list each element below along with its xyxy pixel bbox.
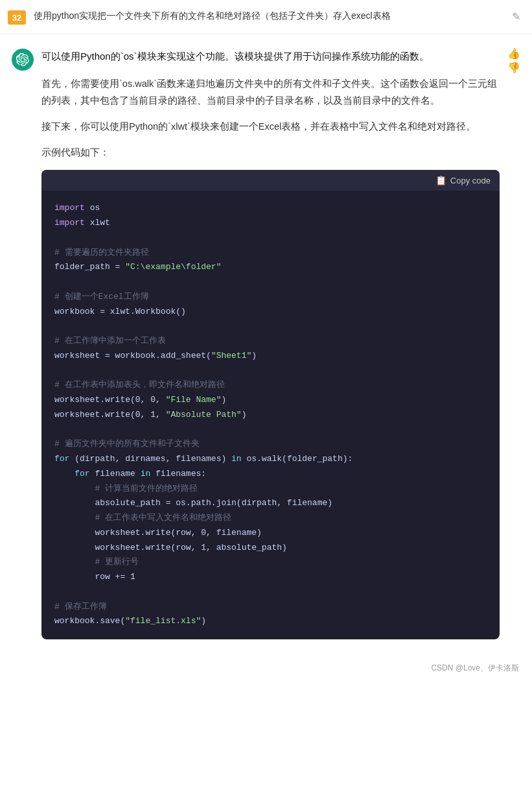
code-line: folder_path = "C:\example\folder"	[54, 260, 487, 275]
code-line: row += 1	[54, 570, 487, 585]
edit-icon[interactable]: ✎	[512, 10, 520, 23]
code-line	[54, 585, 487, 600]
code-line: workbook.save("file_list.xls")	[54, 614, 487, 629]
code-block-body: import osimport xlwt # 需要遍历的文件夹路径folder_…	[41, 191, 500, 639]
copy-label: Copy code	[450, 176, 491, 185]
vote-buttons: 👍 👎	[507, 49, 520, 73]
code-line	[54, 231, 487, 246]
code-line: worksheet.write(0, 1, "Absolute Path")	[54, 408, 487, 423]
code-line: workbook = xlwt.Workbook()	[54, 305, 487, 320]
code-line: # 计算当前文件的绝对路径	[54, 482, 487, 497]
code-line: # 在工作表中添加表头，即文件名和绝对路径	[54, 378, 487, 393]
code-block-header: 📋 Copy code	[41, 170, 500, 191]
code-line: import os	[54, 201, 487, 216]
code-line: worksheet.write(row, 0, filename)	[54, 526, 487, 541]
gpt-logo-icon	[16, 53, 29, 66]
code-line	[54, 319, 487, 334]
code-line: # 在工作表中写入文件名和绝对路径	[54, 511, 487, 526]
code-line: # 遍历文件夹中的所有文件和子文件夹	[54, 437, 487, 452]
thumbs-up-button[interactable]: 👍	[507, 49, 520, 59]
paragraph-1: 首先，你需要使用`os.walk`函数来递归地遍历文件夹中的所有文件和子文件夹。…	[41, 75, 500, 109]
code-line: # 需要遍历的文件夹路径	[54, 246, 487, 261]
footer: CSDN @Love、伊卡洛斯	[0, 655, 532, 680]
code-line: # 在工作簿中添加一个工作表	[54, 334, 487, 349]
code-line	[54, 423, 487, 438]
code-line: worksheet.write(row, 1, absolute_path)	[54, 541, 487, 556]
copy-icon: 📋	[435, 175, 446, 185]
header-bar: 32 使用python实现把一个文件夹下所有的文件名和绝对路径（包括子文件夹）存…	[0, 0, 532, 34]
page-container: 32 使用python实现把一个文件夹下所有的文件名和绝对路径（包括子文件夹）存…	[0, 0, 532, 680]
response-content: 可以使用Python的`os`模块来实现这个功能。该模块提供了用于访问操作系统功…	[41, 47, 500, 642]
response-area: 可以使用Python的`os`模块来实现这个功能。该模块提供了用于访问操作系统功…	[0, 34, 532, 655]
gpt-avatar	[12, 49, 34, 71]
code-line: worksheet.write(0, 0, "File Name")	[54, 393, 487, 408]
code-line	[54, 364, 487, 379]
header-title: 使用python实现把一个文件夹下所有的文件名和绝对路径（包括子文件夹）存入ex…	[34, 9, 504, 23]
code-line: # 创建一个Excel工作簿	[54, 290, 487, 305]
header-number: 32	[8, 10, 26, 25]
code-line: absolute_path = os.path.join(dirpath, fi…	[54, 496, 487, 511]
code-line: # 更新行号	[54, 555, 487, 570]
footer-text: CSDN @Love、伊卡洛斯	[431, 663, 519, 672]
paragraph-2: 接下来，你可以使用Python的`xlwt`模块来创建一个Excel表格，并在表…	[41, 118, 500, 135]
intro-paragraph: 可以使用Python的`os`模块来实现这个功能。该模块提供了用于访问操作系统功…	[41, 47, 500, 65]
section-label: 示例代码如下：	[41, 144, 500, 161]
code-line: # 保存工作簿	[54, 600, 487, 615]
code-line	[54, 275, 487, 290]
response-row: 可以使用Python的`os`模块来实现这个功能。该模块提供了用于访问操作系统功…	[12, 47, 520, 642]
code-line: import xlwt	[54, 216, 487, 231]
thumbs-down-button[interactable]: 👎	[507, 63, 520, 73]
code-block: 📋 Copy code import osimport xlwt # 需要遍历的…	[41, 170, 500, 639]
code-line: for (dirpath, dirnames, filenames) in os…	[54, 452, 487, 467]
code-line: for filename in filenames:	[54, 467, 487, 482]
code-line: worksheet = workbook.add_sheet("Sheet1")	[54, 349, 487, 364]
copy-code-button[interactable]: 📋 Copy code	[435, 175, 491, 185]
